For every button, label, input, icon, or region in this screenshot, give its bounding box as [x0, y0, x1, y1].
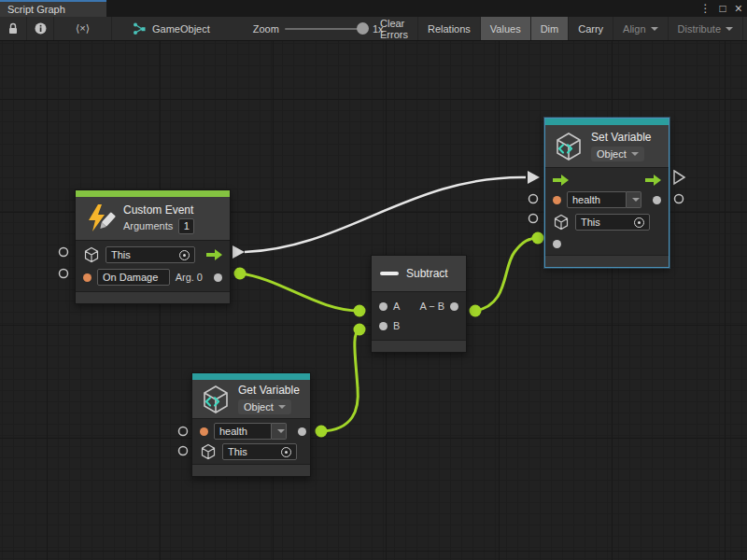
port-socket[interactable] [529, 195, 538, 203]
target-picker-icon[interactable] [281, 447, 291, 457]
variable-name-port[interactable] [553, 196, 561, 204]
gameobject-cube-icon [553, 214, 570, 231]
node-footer [372, 340, 466, 352]
flow-input-port[interactable] [553, 175, 569, 186]
node-body: A A − B B [372, 292, 466, 340]
variable-name-dropdown[interactable]: health [214, 423, 287, 440]
event-name-field[interactable]: On Damage [97, 269, 170, 286]
clear-errors-button[interactable]: Clear Errors [371, 17, 418, 40]
node-body: This On Damage Arg. 0 [76, 241, 230, 291]
flow-output-port[interactable] [645, 175, 661, 186]
node-title: Subtract [406, 267, 448, 280]
variable-name-dropdown[interactable]: health [567, 191, 641, 208]
variable-colorbar [545, 119, 669, 125]
new-value-input-port[interactable] [553, 240, 561, 248]
target-field[interactable]: This [575, 214, 650, 231]
blackboard-button[interactable]: ⟨×⟩ [54, 17, 112, 40]
target-field[interactable]: This [106, 246, 195, 263]
values-label: Values [490, 23, 521, 35]
gameobject-label: GameObject [152, 23, 210, 35]
chevron-down-icon [726, 27, 733, 31]
variable-scope-dropdown[interactable]: Object [591, 147, 644, 161]
arguments-count-field[interactable]: 1 [178, 218, 194, 234]
node-footer [545, 255, 669, 267]
variable-colorbar [192, 373, 310, 380]
dropdown-button[interactable] [272, 423, 287, 440]
flow-wire-customevent-setvariable[interactable] [245, 177, 526, 252]
lock-icon [7, 22, 19, 35]
close-icon[interactable]: × [735, 0, 742, 17]
menu-icon[interactable]: ⋮ [700, 0, 712, 17]
port-socket[interactable] [179, 447, 188, 455]
event-name-port[interactable] [83, 273, 92, 282]
node-subtract[interactable]: Subtract A A − B B [371, 255, 467, 353]
distribute-dropdown[interactable]: Distribute [669, 17, 743, 40]
input-a-label: A [393, 301, 400, 312]
zoom-slider-thumb[interactable] [357, 22, 369, 35]
flow-socket[interactable] [674, 171, 684, 184]
arg0-output-port[interactable] [214, 273, 222, 282]
input-a-port[interactable] [379, 302, 388, 311]
node-footer [76, 291, 230, 303]
output-label: A − B [419, 301, 444, 312]
carry-toggle[interactable]: Carry [569, 17, 613, 40]
dim-toggle[interactable]: Dim [531, 17, 570, 40]
node-header: Custom Event Arguments 1 [76, 197, 230, 241]
arg0-label: Arg. 0 [176, 272, 203, 283]
port-socket[interactable] [675, 195, 684, 203]
variable-name-port[interactable] [200, 427, 208, 436]
align-dropdown[interactable]: Align [613, 17, 668, 40]
dim-label: Dim [541, 23, 559, 35]
node-custom-event[interactable]: Custom Event Arguments 1 This [75, 189, 231, 304]
wire-endpoint [532, 232, 544, 245]
chevron-down-icon [278, 405, 286, 409]
chevron-down-icon [631, 152, 639, 156]
node-set-variable[interactable]: Set Variable Object [544, 118, 669, 268]
target-value: This [111, 249, 131, 260]
input-b-port[interactable] [379, 322, 388, 330]
target-picker-icon[interactable] [634, 217, 644, 228]
carry-label: Carry [578, 23, 603, 35]
target-field[interactable]: This [222, 443, 297, 460]
tab-script-graph[interactable]: Script Graph [0, 0, 106, 17]
scope-value: Object [244, 401, 274, 413]
relations-label: Relations [428, 23, 471, 35]
flow-wire-target-arrow [528, 171, 540, 184]
output-port[interactable] [450, 302, 458, 311]
port-socket[interactable] [60, 270, 68, 278]
overview-button[interactable]: Overview [743, 17, 747, 40]
target-value: This [581, 217, 600, 228]
target-picker-icon[interactable] [179, 250, 190, 260]
variable-scope-dropdown[interactable]: Object [238, 399, 291, 414]
target-value: This [228, 446, 247, 457]
wire-endpoint [234, 268, 247, 280]
graph-owner: GameObject [125, 17, 218, 40]
flow-output-port[interactable] [206, 249, 222, 260]
node-title: Get Variable [238, 384, 300, 397]
value-wire-arg0-subtract-a[interactable] [240, 273, 359, 311]
port-socket[interactable] [529, 215, 538, 223]
node-body: health This [192, 419, 310, 464]
value-wire-getvariable-subtract-b[interactable] [321, 329, 359, 431]
values-toggle[interactable]: Values [481, 17, 531, 40]
dropdown-button[interactable] [627, 191, 641, 208]
value-output-port[interactable] [653, 196, 661, 204]
custom-event-icon [84, 203, 116, 234]
node-header: Get Variable Object [192, 380, 310, 419]
script-graph-window: Script Graph ⋮ □ × ⟨×⟩ [0, 0, 747, 560]
lock-button[interactable] [0, 17, 27, 40]
maximize-icon[interactable]: □ [720, 0, 726, 17]
info-button[interactable] [27, 17, 54, 40]
event-name-value: On Damage [103, 272, 158, 283]
gameobject-cube-icon [200, 443, 217, 460]
graph-canvas[interactable]: Custom Event Arguments 1 This [0, 41, 747, 560]
relations-button[interactable]: Relations [418, 17, 481, 40]
value-wire-subtract-setvariable[interactable] [475, 238, 538, 311]
value-output-port[interactable] [298, 427, 306, 436]
event-colorbar [76, 190, 230, 197]
node-get-variable[interactable]: Get Variable Object health [191, 372, 311, 477]
port-socket[interactable] [60, 248, 68, 257]
port-socket[interactable] [179, 427, 188, 436]
zoom-slider[interactable] [285, 28, 367, 30]
chevron-down-icon [277, 429, 285, 433]
